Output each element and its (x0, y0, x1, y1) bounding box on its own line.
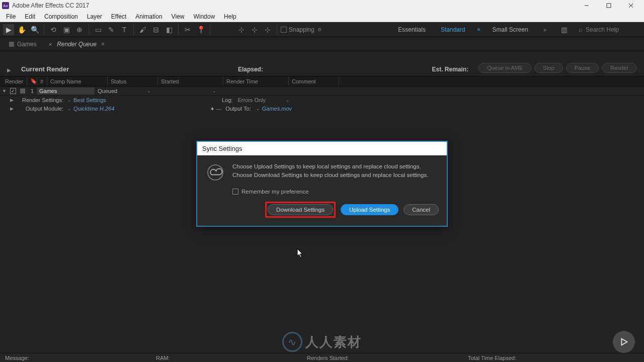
status-total-time: Total Time Elapsed: (468, 355, 516, 361)
sync-settings-dialog: Sync Settings Choose Upload Settings to … (196, 141, 448, 227)
status-ram: RAM: (156, 355, 287, 361)
annotation-highlight: Download Settings (265, 202, 336, 218)
dialog-text: Choose Upload Settings to keep local set… (232, 162, 428, 180)
dialog-title: Sync Settings (197, 142, 447, 155)
upload-settings-button[interactable]: Upload Settings (341, 204, 398, 215)
creative-cloud-icon (205, 162, 225, 183)
status-bar: Message: RAM: Renders Started: Total Tim… (0, 353, 644, 362)
status-renders-started: Renders Started: (307, 355, 448, 361)
play-overlay-button[interactable] (613, 331, 635, 353)
remember-preference-checkbox[interactable]: Remember my preference (232, 189, 439, 195)
checkbox-icon[interactable] (232, 189, 238, 195)
status-message: Message: (5, 355, 136, 361)
download-settings-button[interactable]: Download Settings (268, 204, 333, 215)
remember-preference-label: Remember my preference (242, 189, 309, 195)
cancel-button[interactable]: Cancel (404, 204, 439, 215)
